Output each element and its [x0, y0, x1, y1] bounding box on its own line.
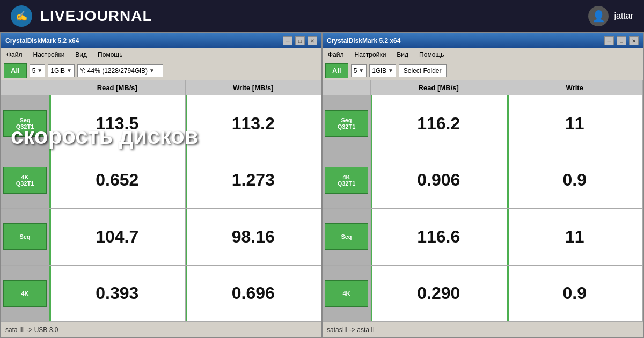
- bench-row-seq-2: Seq 116.6 11: [323, 209, 643, 266]
- all-button-1[interactable]: All: [4, 63, 27, 78]
- size-select-1[interactable]: 1GiB ▼: [48, 64, 75, 77]
- bench-row-4k-q32t1-2: 4K Q32T1 0.906 0.9: [323, 152, 643, 209]
- lj-header: ✍ LIVEJOURNAL 👤 jattar: [0, 0, 644, 32]
- menu-bar-1: Файл Настройки Вид Помощь: [1, 48, 321, 61]
- menu-settings-1[interactable]: Настройки: [31, 50, 68, 60]
- write-val-1-1: 1.273: [186, 152, 322, 209]
- bench-grid-1: Read [MB/s] Write [MB/s] Seq Q32T1 113.5…: [1, 80, 321, 322]
- bench-label-1-0: Seq Q32T1: [3, 110, 47, 137]
- bench-label-2-1: 4K Q32T1: [325, 167, 368, 194]
- drive-select-1[interactable]: Y: 44% (1228/2794GiB) ▼: [77, 64, 163, 77]
- status-bar-1: sata III -> USB 3.0: [1, 322, 321, 337]
- col-read-1: Read [MB/s]: [49, 80, 186, 95]
- read-val-2-3: 0.290: [371, 266, 507, 322]
- col-label-1: [1, 80, 49, 95]
- read-val-2-0: 116.2: [371, 95, 507, 152]
- read-val-2-1: 0.906: [371, 152, 507, 209]
- label-cell-1-1: 4K Q32T1: [1, 152, 49, 209]
- bench-label-2-0: Seq Q32T1: [325, 110, 368, 137]
- bench-row-seq-1: Seq 104.7 98.16: [1, 209, 321, 266]
- bench-row-seq-q32t1-1: Seq Q32T1 113.5 113.2: [1, 95, 321, 152]
- write-val-1-2: 98.16: [186, 209, 322, 265]
- lj-avatar-icon: 👤: [588, 6, 609, 26]
- read-val-1-2: 104.7: [49, 209, 186, 265]
- maximize-button-2[interactable]: □: [617, 36, 626, 45]
- lj-user-section: 👤 jattar: [588, 6, 633, 26]
- lj-username: jattar: [614, 11, 633, 21]
- window-title-1: CrystalDiskMark 5.2 x64: [5, 37, 280, 45]
- status-text-1: sata III -> USB 3.0: [5, 326, 58, 334]
- menu-view-1[interactable]: Вид: [72, 50, 90, 60]
- bench-label-1-1: 4K Q32T1: [3, 167, 47, 194]
- close-button-2[interactable]: ✕: [629, 36, 639, 45]
- bench-label-1-3: 4K: [3, 280, 47, 307]
- grid-header-1: Read [MB/s] Write [MB/s]: [1, 80, 321, 95]
- write-val-1-3: 0.696: [186, 266, 322, 322]
- write-val-2-0: 11: [507, 95, 643, 152]
- label-cell-2-0: Seq Q32T1: [323, 95, 371, 152]
- label-cell-2-3: 4K: [323, 266, 371, 322]
- menu-help-1[interactable]: Помощь: [95, 50, 125, 60]
- col-write-1: Write [MB/s]: [186, 80, 322, 95]
- write-val-1-0: 113.2: [186, 95, 322, 152]
- benchmark-window-2: CrystalDiskMark 5.2 x64 ─ □ ✕ Файл Настр…: [322, 32, 644, 338]
- count-select-2[interactable]: 5 ▼: [351, 64, 367, 77]
- label-cell-1-3: 4K: [1, 266, 49, 322]
- label-cell-1-2: Seq: [1, 209, 49, 265]
- col-read-2: Read [MB/s]: [371, 80, 507, 95]
- read-val-1-0: 113.5: [49, 95, 186, 152]
- status-text-2: satasIII -> asta II: [327, 326, 375, 334]
- col-label-2: [323, 80, 371, 95]
- col-write-2: Write: [507, 80, 643, 95]
- count-select-1[interactable]: 5 ▼: [30, 64, 46, 77]
- lj-logo-icon: ✍: [11, 5, 32, 27]
- title-bar-1: CrystalDiskMark 5.2 x64 ─ □ ✕: [1, 33, 321, 48]
- minimize-button-2[interactable]: ─: [604, 36, 614, 45]
- close-button-1[interactable]: ✕: [308, 36, 317, 45]
- size-select-2[interactable]: 1GiB ▼: [369, 64, 396, 77]
- bench-grid-2: Read [MB/s] Write Seq Q32T1 116.2 11: [323, 80, 643, 322]
- bench-row-4k-q32t1-1: 4K Q32T1 0.652 1.273: [1, 152, 321, 209]
- count-arrow-1: ▼: [37, 68, 42, 74]
- drive-arrow-1: ▼: [149, 68, 155, 74]
- bench-label-2-3: 4K: [325, 280, 368, 307]
- content-area: CrystalDiskMark 5.2 x64 ─ □ ✕ Файл Настр…: [0, 32, 644, 338]
- toolbar-2: All 5 ▼ 1GiB ▼ Select Folder: [323, 61, 643, 80]
- label-cell-2-2: Seq: [323, 209, 371, 265]
- write-val-2-2: 11: [507, 209, 643, 265]
- lj-brand-text: LIVEJOURNAL: [40, 8, 152, 25]
- label-cell-1-0: Seq Q32T1: [1, 95, 49, 152]
- read-val-1-3: 0.393: [49, 266, 186, 322]
- bench-label-1-2: Seq: [3, 223, 47, 250]
- bench-row-4k-2: 4K 0.290 0.9: [323, 266, 643, 322]
- benchmark-window-1: CrystalDiskMark 5.2 x64 ─ □ ✕ Файл Настр…: [0, 32, 322, 338]
- menu-file-1[interactable]: Файл: [4, 50, 25, 60]
- title-bar-2: CrystalDiskMark 5.2 x64 ─ □ ✕: [323, 33, 643, 48]
- bench-row-4k-1: 4K 0.393 0.696: [1, 266, 321, 322]
- toolbar-1: All 5 ▼ 1GiB ▼ Y: 44% (1228/2794GiB) ▼: [1, 61, 321, 80]
- bench-label-2-2: Seq: [325, 223, 368, 250]
- size-arrow-2: ▼: [388, 68, 393, 74]
- status-bar-2: satasIII -> asta II: [323, 322, 643, 337]
- label-cell-2-1: 4K Q32T1: [323, 152, 371, 209]
- count-arrow-2: ▼: [358, 68, 364, 74]
- window-title-2: CrystalDiskMark 5.2 x64: [327, 37, 602, 45]
- read-val-2-2: 116.6: [371, 209, 507, 265]
- select-folder-button[interactable]: Select Folder: [399, 64, 447, 77]
- menu-help-2[interactable]: Помощь: [416, 50, 447, 60]
- menu-view-2[interactable]: Вид: [394, 50, 411, 60]
- grid-header-2: Read [MB/s] Write: [323, 80, 643, 95]
- menu-file-2[interactable]: Файл: [325, 50, 347, 60]
- maximize-button-1[interactable]: □: [295, 36, 305, 45]
- menu-settings-2[interactable]: Настройки: [352, 50, 389, 60]
- all-button-2[interactable]: All: [325, 63, 348, 78]
- menu-bar-2: Файл Настройки Вид Помощь: [323, 48, 643, 61]
- write-val-2-1: 0.9: [507, 152, 643, 209]
- size-arrow-1: ▼: [67, 68, 72, 74]
- bench-row-seq-q32t1-2: Seq Q32T1 116.2 11: [323, 95, 643, 152]
- read-val-1-1: 0.652: [49, 152, 186, 209]
- write-val-2-3: 0.9: [507, 266, 643, 322]
- minimize-button-1[interactable]: ─: [283, 36, 292, 45]
